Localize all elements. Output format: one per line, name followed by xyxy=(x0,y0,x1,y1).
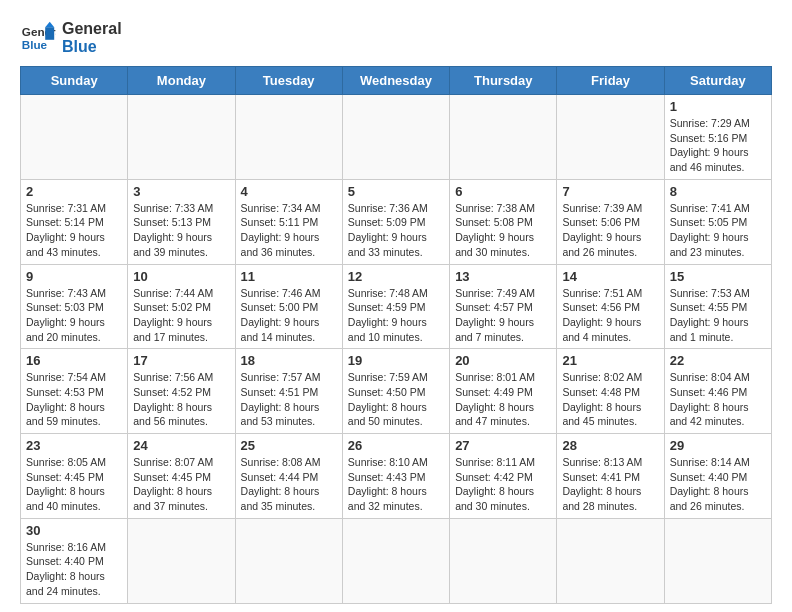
day-info: Sunrise: 7:31 AM Sunset: 5:14 PM Dayligh… xyxy=(26,201,122,260)
day-info: Sunrise: 7:38 AM Sunset: 5:08 PM Dayligh… xyxy=(455,201,551,260)
day-info: Sunrise: 8:07 AM Sunset: 4:45 PM Dayligh… xyxy=(133,455,229,514)
calendar-cell: 15Sunrise: 7:53 AM Sunset: 4:55 PM Dayli… xyxy=(664,264,771,349)
calendar-cell: 14Sunrise: 7:51 AM Sunset: 4:56 PM Dayli… xyxy=(557,264,664,349)
header: General Blue General Blue xyxy=(20,20,772,56)
calendar-cell: 30Sunrise: 8:16 AM Sunset: 4:40 PM Dayli… xyxy=(21,518,128,603)
day-number: 22 xyxy=(670,353,766,368)
calendar-cell xyxy=(235,95,342,180)
day-number: 2 xyxy=(26,184,122,199)
day-number: 1 xyxy=(670,99,766,114)
calendar-cell: 24Sunrise: 8:07 AM Sunset: 4:45 PM Dayli… xyxy=(128,434,235,519)
day-info: Sunrise: 8:02 AM Sunset: 4:48 PM Dayligh… xyxy=(562,370,658,429)
calendar-cell: 2Sunrise: 7:31 AM Sunset: 5:14 PM Daylig… xyxy=(21,179,128,264)
calendar-cell: 5Sunrise: 7:36 AM Sunset: 5:09 PM Daylig… xyxy=(342,179,449,264)
day-info: Sunrise: 8:01 AM Sunset: 4:49 PM Dayligh… xyxy=(455,370,551,429)
day-number: 14 xyxy=(562,269,658,284)
day-info: Sunrise: 7:39 AM Sunset: 5:06 PM Dayligh… xyxy=(562,201,658,260)
day-number: 6 xyxy=(455,184,551,199)
calendar-cell: 6Sunrise: 7:38 AM Sunset: 5:08 PM Daylig… xyxy=(450,179,557,264)
weekday-header-saturday: Saturday xyxy=(664,67,771,95)
calendar-cell xyxy=(128,95,235,180)
calendar-cell: 22Sunrise: 8:04 AM Sunset: 4:46 PM Dayli… xyxy=(664,349,771,434)
calendar-cell: 12Sunrise: 7:48 AM Sunset: 4:59 PM Dayli… xyxy=(342,264,449,349)
calendar-cell xyxy=(128,518,235,603)
calendar-cell: 28Sunrise: 8:13 AM Sunset: 4:41 PM Dayli… xyxy=(557,434,664,519)
day-info: Sunrise: 7:41 AM Sunset: 5:05 PM Dayligh… xyxy=(670,201,766,260)
day-info: Sunrise: 8:16 AM Sunset: 4:40 PM Dayligh… xyxy=(26,540,122,599)
day-number: 17 xyxy=(133,353,229,368)
calendar-week-2: 2Sunrise: 7:31 AM Sunset: 5:14 PM Daylig… xyxy=(21,179,772,264)
day-info: Sunrise: 7:33 AM Sunset: 5:13 PM Dayligh… xyxy=(133,201,229,260)
day-number: 25 xyxy=(241,438,337,453)
weekday-header-wednesday: Wednesday xyxy=(342,67,449,95)
logo-icon: General Blue xyxy=(20,20,56,56)
calendar-cell xyxy=(450,95,557,180)
day-number: 29 xyxy=(670,438,766,453)
day-info: Sunrise: 7:44 AM Sunset: 5:02 PM Dayligh… xyxy=(133,286,229,345)
calendar-cell xyxy=(342,95,449,180)
day-number: 26 xyxy=(348,438,444,453)
day-number: 16 xyxy=(26,353,122,368)
calendar-cell: 9Sunrise: 7:43 AM Sunset: 5:03 PM Daylig… xyxy=(21,264,128,349)
day-number: 13 xyxy=(455,269,551,284)
day-info: Sunrise: 7:49 AM Sunset: 4:57 PM Dayligh… xyxy=(455,286,551,345)
calendar-cell: 21Sunrise: 8:02 AM Sunset: 4:48 PM Dayli… xyxy=(557,349,664,434)
day-number: 24 xyxy=(133,438,229,453)
day-number: 3 xyxy=(133,184,229,199)
weekday-header-monday: Monday xyxy=(128,67,235,95)
day-info: Sunrise: 7:53 AM Sunset: 4:55 PM Dayligh… xyxy=(670,286,766,345)
day-info: Sunrise: 8:10 AM Sunset: 4:43 PM Dayligh… xyxy=(348,455,444,514)
weekday-header-tuesday: Tuesday xyxy=(235,67,342,95)
day-number: 27 xyxy=(455,438,551,453)
calendar-cell xyxy=(664,518,771,603)
day-number: 10 xyxy=(133,269,229,284)
day-number: 28 xyxy=(562,438,658,453)
calendar-cell: 7Sunrise: 7:39 AM Sunset: 5:06 PM Daylig… xyxy=(557,179,664,264)
day-info: Sunrise: 8:05 AM Sunset: 4:45 PM Dayligh… xyxy=(26,455,122,514)
day-info: Sunrise: 7:46 AM Sunset: 5:00 PM Dayligh… xyxy=(241,286,337,345)
day-info: Sunrise: 7:57 AM Sunset: 4:51 PM Dayligh… xyxy=(241,370,337,429)
calendar-cell xyxy=(21,95,128,180)
weekday-header-thursday: Thursday xyxy=(450,67,557,95)
day-info: Sunrise: 7:43 AM Sunset: 5:03 PM Dayligh… xyxy=(26,286,122,345)
calendar-cell: 10Sunrise: 7:44 AM Sunset: 5:02 PM Dayli… xyxy=(128,264,235,349)
calendar-week-5: 23Sunrise: 8:05 AM Sunset: 4:45 PM Dayli… xyxy=(21,434,772,519)
calendar-cell: 1Sunrise: 7:29 AM Sunset: 5:16 PM Daylig… xyxy=(664,95,771,180)
calendar-week-1: 1Sunrise: 7:29 AM Sunset: 5:16 PM Daylig… xyxy=(21,95,772,180)
calendar-cell: 23Sunrise: 8:05 AM Sunset: 4:45 PM Dayli… xyxy=(21,434,128,519)
calendar-cell: 16Sunrise: 7:54 AM Sunset: 4:53 PM Dayli… xyxy=(21,349,128,434)
calendar-cell: 3Sunrise: 7:33 AM Sunset: 5:13 PM Daylig… xyxy=(128,179,235,264)
logo: General Blue General Blue xyxy=(20,20,122,56)
calendar: SundayMondayTuesdayWednesdayThursdayFrid… xyxy=(20,66,772,604)
calendar-cell: 4Sunrise: 7:34 AM Sunset: 5:11 PM Daylig… xyxy=(235,179,342,264)
calendar-cell: 25Sunrise: 8:08 AM Sunset: 4:44 PM Dayli… xyxy=(235,434,342,519)
day-info: Sunrise: 7:34 AM Sunset: 5:11 PM Dayligh… xyxy=(241,201,337,260)
day-number: 9 xyxy=(26,269,122,284)
day-info: Sunrise: 7:36 AM Sunset: 5:09 PM Dayligh… xyxy=(348,201,444,260)
day-number: 12 xyxy=(348,269,444,284)
calendar-cell: 20Sunrise: 8:01 AM Sunset: 4:49 PM Dayli… xyxy=(450,349,557,434)
day-info: Sunrise: 8:11 AM Sunset: 4:42 PM Dayligh… xyxy=(455,455,551,514)
day-number: 19 xyxy=(348,353,444,368)
calendar-cell: 8Sunrise: 7:41 AM Sunset: 5:05 PM Daylig… xyxy=(664,179,771,264)
svg-text:Blue: Blue xyxy=(22,38,48,51)
calendar-cell: 11Sunrise: 7:46 AM Sunset: 5:00 PM Dayli… xyxy=(235,264,342,349)
calendar-cell: 29Sunrise: 8:14 AM Sunset: 4:40 PM Dayli… xyxy=(664,434,771,519)
calendar-week-3: 9Sunrise: 7:43 AM Sunset: 5:03 PM Daylig… xyxy=(21,264,772,349)
logo-blue-text: Blue xyxy=(62,38,122,56)
calendar-cell xyxy=(342,518,449,603)
calendar-cell: 17Sunrise: 7:56 AM Sunset: 4:52 PM Dayli… xyxy=(128,349,235,434)
day-number: 5 xyxy=(348,184,444,199)
logo-general-text: General xyxy=(62,20,122,38)
weekday-header-row: SundayMondayTuesdayWednesdayThursdayFrid… xyxy=(21,67,772,95)
day-info: Sunrise: 8:13 AM Sunset: 4:41 PM Dayligh… xyxy=(562,455,658,514)
svg-marker-2 xyxy=(45,27,54,40)
day-info: Sunrise: 7:51 AM Sunset: 4:56 PM Dayligh… xyxy=(562,286,658,345)
day-number: 23 xyxy=(26,438,122,453)
day-info: Sunrise: 8:14 AM Sunset: 4:40 PM Dayligh… xyxy=(670,455,766,514)
calendar-week-4: 16Sunrise: 7:54 AM Sunset: 4:53 PM Dayli… xyxy=(21,349,772,434)
calendar-cell xyxy=(557,518,664,603)
calendar-cell: 27Sunrise: 8:11 AM Sunset: 4:42 PM Dayli… xyxy=(450,434,557,519)
weekday-header-sunday: Sunday xyxy=(21,67,128,95)
calendar-cell xyxy=(235,518,342,603)
